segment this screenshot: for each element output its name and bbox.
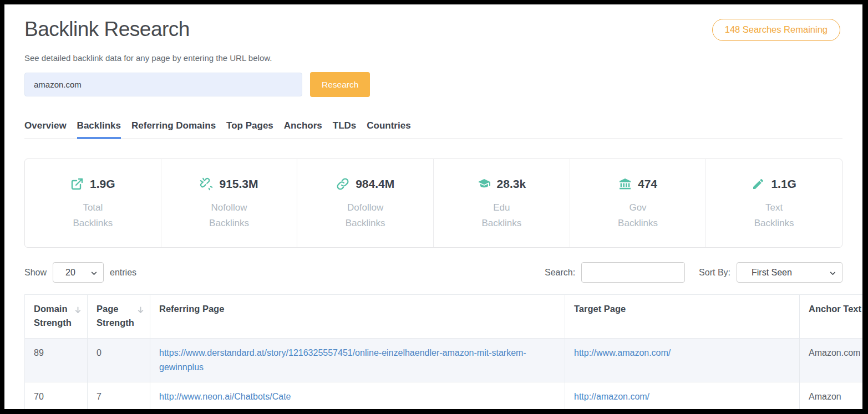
column-header-referring-page[interactable]: Referring Page xyxy=(150,295,565,339)
sort-down-icon[interactable] xyxy=(74,304,82,313)
target-page-cell: http://www.amazon.com/ xyxy=(565,339,800,382)
column-header-target-page[interactable]: Target Page xyxy=(565,295,800,339)
url-input[interactable] xyxy=(24,73,302,96)
stat-label: EduBacklinks xyxy=(434,200,570,231)
column-header-anchor-text[interactable]: Anchor Text xyxy=(800,295,863,339)
tab-label: Top Pages xyxy=(226,120,273,131)
sort-by-select[interactable]: First Seen xyxy=(737,262,842,283)
entries-control: Show 20 entries xyxy=(24,262,136,283)
column-header-page-strength[interactable]: Page Strength xyxy=(88,295,150,339)
target-page-cell: http://amazon.com/ xyxy=(565,382,800,410)
stat-label: GovBacklinks xyxy=(570,200,706,231)
link-icon xyxy=(336,177,349,191)
tab-top-pages[interactable]: Top Pages xyxy=(226,120,273,138)
stat-text-backlinks: 1.1G TextBacklinks xyxy=(706,159,842,247)
sort-by-label: Sort By: xyxy=(699,268,730,278)
tab-label: Backlinks xyxy=(77,120,121,131)
stat-label: DofollowBacklinks xyxy=(297,200,433,231)
table-search-input[interactable] xyxy=(581,262,685,283)
stat-value: 984.4M xyxy=(356,177,394,191)
external-link-icon xyxy=(70,177,84,191)
search-sort-controls: Search: Sort By: First Seen xyxy=(545,262,842,283)
graduation-cap-icon xyxy=(478,177,491,191)
stats-card: 1.9G TotalBacklinks 915.3M NofollowBackl… xyxy=(24,159,842,248)
tab-anchors[interactable]: Anchors xyxy=(284,120,322,138)
stat-nofollow-backlinks: 915.3M NofollowBacklinks xyxy=(161,159,298,247)
target-page-link[interactable]: http://www.amazon.com/ xyxy=(574,348,671,357)
page-strength-cell: 0 xyxy=(88,339,150,382)
table-row: 70 7 http://www.neon.ai/Chatbots/Cate ht… xyxy=(25,382,863,410)
table-body: 89 0 https://www.derstandard.at/story/12… xyxy=(25,339,863,410)
stat-edu-backlinks: 28.3k EduBacklinks xyxy=(434,159,570,247)
backlinks-table-wrap: Domain StrengthPage StrengthReferring Pa… xyxy=(24,294,842,409)
search-form: Research xyxy=(24,72,842,97)
stat-gov-backlinks: 474 GovBacklinks xyxy=(570,159,707,247)
tab-label: Referring Domains xyxy=(131,120,216,131)
chevron-down-icon xyxy=(90,269,98,276)
stat-value: 1.9G xyxy=(90,177,115,191)
stat-value: 1.1G xyxy=(771,177,796,191)
stat-value: 915.3M xyxy=(219,177,258,191)
domain-strength-cell: 70 xyxy=(25,382,88,410)
pencil-icon xyxy=(752,177,765,191)
entries-select[interactable]: 20 xyxy=(53,262,104,283)
referring-page-link[interactable]: http://www.neon.ai/Chatbots/Cate xyxy=(159,392,291,401)
tab-overview[interactable]: Overview xyxy=(24,120,67,138)
page-subtitle: See detailed backlink data for any page … xyxy=(24,53,842,63)
page-header: Backlink Research 148 Searches Remaining xyxy=(24,4,842,41)
tab-backlinks[interactable]: Backlinks xyxy=(77,120,121,138)
anchor-text-cell: Amazon xyxy=(800,382,863,410)
stat-total-backlinks: 1.9G TotalBacklinks xyxy=(25,159,161,247)
anchor-text-cell: Amazon.com xyxy=(800,339,863,382)
bank-icon xyxy=(618,177,632,191)
column-header-domain-strength[interactable]: Domain Strength xyxy=(25,295,88,339)
tab-label: Anchors xyxy=(284,120,322,131)
tab-referring-domains[interactable]: Referring Domains xyxy=(131,120,216,138)
sort-down-icon[interactable] xyxy=(136,304,145,313)
referring-page-cell: https://www.derstandard.at/story/1216325… xyxy=(150,339,565,382)
tab-countries[interactable]: Countries xyxy=(367,120,410,138)
tab-tlds[interactable]: TLDs xyxy=(333,120,357,138)
research-button[interactable]: Research xyxy=(310,72,370,97)
page-strength-cell: 7 xyxy=(88,382,150,410)
stat-label: TotalBacklinks xyxy=(25,200,161,231)
stat-value: 474 xyxy=(638,177,657,191)
stat-value: 28.3k xyxy=(497,177,526,191)
chevron-down-icon xyxy=(829,269,836,276)
table-controls: Show 20 entries Search: Sort By: First S… xyxy=(24,262,842,283)
searches-remaining-badge: 148 Searches Remaining xyxy=(712,19,840,41)
domain-strength-cell: 89 xyxy=(25,339,88,382)
tab-label: Countries xyxy=(367,120,410,131)
table-row: 89 0 https://www.derstandard.at/story/12… xyxy=(25,339,863,382)
tab-label: Overview xyxy=(24,120,67,131)
page-title: Backlink Research xyxy=(24,18,190,41)
stat-label: TextBacklinks xyxy=(706,200,842,231)
stat-label: NofollowBacklinks xyxy=(161,200,297,231)
referring-page-cell: http://www.neon.ai/Chatbots/Cate xyxy=(150,382,565,410)
target-page-link[interactable]: http://amazon.com/ xyxy=(574,392,649,401)
tabs: OverviewBacklinksReferring DomainsTop Pa… xyxy=(24,120,842,139)
referring-page-link[interactable]: https://www.derstandard.at/story/1216325… xyxy=(159,348,526,372)
tab-label: TLDs xyxy=(333,120,357,131)
show-label: Show xyxy=(24,268,47,278)
sort-by-select-value: First Seen xyxy=(752,268,792,278)
search-label: Search: xyxy=(545,268,575,278)
table-header-row: Domain StrengthPage StrengthReferring Pa… xyxy=(25,295,863,339)
entries-label: entries xyxy=(110,268,136,278)
stat-dofollow-backlinks: 984.4M DofollowBacklinks xyxy=(297,159,434,247)
entries-select-value: 20 xyxy=(65,268,75,278)
app-window: Backlink Research 148 Searches Remaining… xyxy=(4,4,862,409)
backlinks-table: Domain StrengthPage StrengthReferring Pa… xyxy=(24,294,862,409)
broken-link-icon xyxy=(200,177,213,191)
